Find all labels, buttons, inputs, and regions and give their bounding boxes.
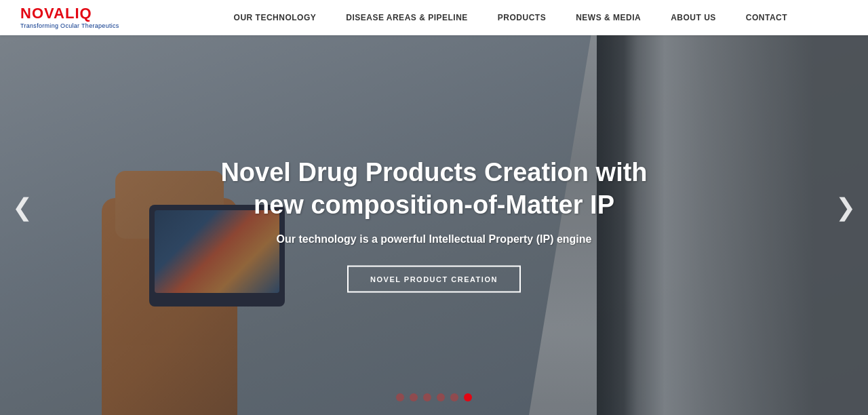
- slider-dot-0[interactable]: [396, 393, 404, 401]
- hero-slider: Novel Drug Products Creation with new co…: [0, 0, 868, 415]
- slider-prev-button[interactable]: ❮: [5, 186, 39, 229]
- slider-next-button[interactable]: ❯: [829, 186, 863, 229]
- slider-dots: [396, 393, 472, 401]
- logo[interactable]: NOVALIQ Transforming Ocular Therapeutics: [20, 6, 119, 29]
- nav-our-technology[interactable]: OUR TECHNOLOGY: [219, 13, 332, 22]
- hero-title: Novel Drug Products Creation with new co…: [203, 157, 665, 221]
- logo-text: NOVALIQ: [20, 6, 119, 21]
- hero-content: Novel Drug Products Creation with new co…: [203, 157, 665, 293]
- hero-subtitle: Our technology is a powerful Intellectua…: [203, 233, 665, 245]
- navbar: NOVALIQ Transforming Ocular Therapeutics…: [0, 0, 868, 35]
- logo-tagline: Transforming Ocular Therapeutics: [20, 22, 119, 29]
- slider-dot-4[interactable]: [450, 393, 458, 401]
- nav-news-media[interactable]: NEWS & MEDIA: [561, 13, 656, 22]
- nav-about-us[interactable]: ABOUT US: [656, 13, 731, 22]
- nav-disease-areas[interactable]: DISEASE AREAS & PIPELINE: [331, 13, 483, 22]
- nav-links: OUR TECHNOLOGY DISEASE AREAS & PIPELINE …: [174, 13, 848, 22]
- hero-cta-button[interactable]: NOVEL PRODUCT CREATION: [347, 266, 521, 293]
- slider-dot-1[interactable]: [410, 393, 418, 401]
- slider-dot-3[interactable]: [437, 393, 445, 401]
- nav-contact[interactable]: CONTACT: [731, 13, 802, 22]
- nav-products[interactable]: PRODUCTS: [483, 13, 561, 22]
- slider-dot-5[interactable]: [464, 393, 472, 401]
- slider-dot-2[interactable]: [423, 393, 431, 401]
